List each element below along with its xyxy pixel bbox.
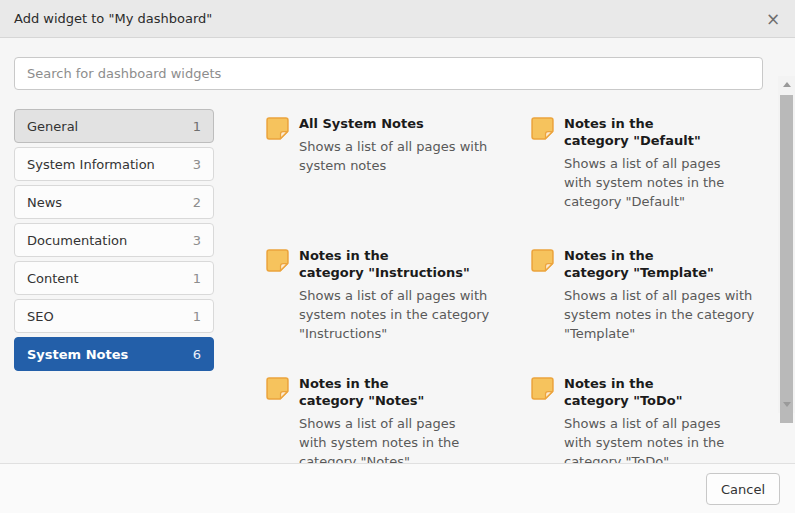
category-label: News [27,195,62,210]
widget-title: Notes in the category "Notes" [299,375,530,409]
widget-description: Shows a list of all pages with system no… [299,137,530,175]
sticky-note-icon [265,116,290,144]
category-list: General 1 System Information 3 News 2 Do… [14,109,214,371]
sticky-note-icon [265,376,290,404]
category-label: General [27,119,78,134]
vertical-scrollbar[interactable] [778,76,795,413]
widget-all-system-notes[interactable]: All System Notes Shows a list of all pag… [265,115,530,247]
category-count: 3 [193,157,201,172]
sidebar-item-system-notes[interactable]: System Notes 6 [14,337,214,371]
sidebar-item-seo[interactable]: SEO 1 [14,299,214,333]
category-label: System Notes [27,347,128,362]
widget-notes-notes[interactable]: Notes in the category "Notes" Shows a li… [265,375,530,463]
widget-description: Shows a list of all pages with system no… [299,414,530,463]
scrollbar-thumb[interactable] [780,95,793,423]
widget-grid: All System Notes Shows a list of all pag… [265,115,795,463]
sticky-note-icon [530,248,555,276]
category-count: 2 [193,195,201,210]
widget-notes-instructions[interactable]: Notes in the category "Instructions" Sho… [265,247,530,375]
sidebar-item-content[interactable]: Content 1 [14,261,214,295]
widget-title: Notes in the category "ToDo" [564,375,795,409]
category-label: System Information [27,157,155,172]
sidebar-item-general[interactable]: General 1 [14,109,214,143]
widget-notes-default[interactable]: Notes in the category "Default" Shows a … [530,115,795,247]
widget-title: Notes in the category "Instructions" [299,247,530,281]
category-label: Documentation [27,233,127,248]
sticky-note-icon [530,376,555,404]
widget-description: Shows a list of all pages with system no… [299,286,530,343]
cancel-button[interactable]: Cancel [706,473,780,505]
modal-body: General 1 System Information 3 News 2 Do… [0,38,795,463]
category-count: 3 [193,233,201,248]
category-count: 1 [193,309,201,324]
category-count: 1 [193,271,201,286]
sticky-note-icon [530,116,555,144]
category-count: 6 [193,347,201,362]
modal-footer: Cancel [0,463,795,513]
scroll-down-icon[interactable] [778,396,795,413]
sidebar-item-system-information[interactable]: System Information 3 [14,147,214,181]
widget-notes-todo[interactable]: Notes in the category "ToDo" Shows a lis… [530,375,795,463]
scroll-up-icon[interactable] [778,76,795,93]
modal-header: Add widget to "My dashboard" × [0,0,795,38]
widget-description: Shows a list of all pages with system no… [564,414,795,463]
category-count: 1 [193,119,201,134]
category-label: Content [27,271,79,286]
modal-title: Add widget to "My dashboard" [14,11,212,26]
widget-title: All System Notes [299,115,530,132]
sticky-note-icon [265,248,290,276]
widget-description: Shows a list of all pages with system no… [564,286,795,343]
widget-notes-template[interactable]: Notes in the category "Template" Shows a… [530,247,795,375]
close-icon[interactable]: × [761,7,785,31]
search-input[interactable] [14,57,763,90]
category-label: SEO [27,309,54,324]
sidebar-item-documentation[interactable]: Documentation 3 [14,223,214,257]
widget-title: Notes in the category "Default" [564,115,795,149]
sidebar-item-news[interactable]: News 2 [14,185,214,219]
widget-description: Shows a list of all pages with system no… [564,154,795,211]
widget-title: Notes in the category "Template" [564,247,795,281]
